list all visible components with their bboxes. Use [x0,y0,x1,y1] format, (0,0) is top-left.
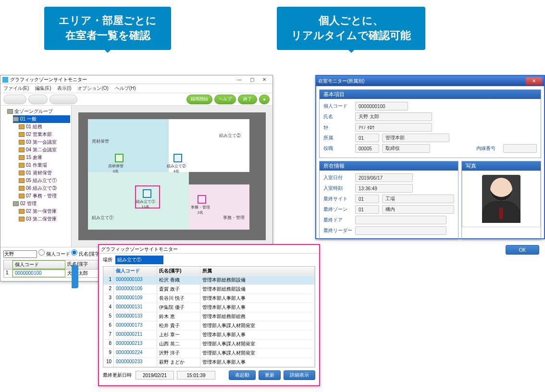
field-label: 入室時刻 [323,185,352,192]
tree-item[interactable]: 04 第二会議室 [19,146,70,154]
tree-item[interactable]: 07 事務・管理 [19,192,70,200]
tree-group-2[interactable]: 02 管理 [13,200,70,208]
table-row[interactable]: 80000000213山西 英二管理部人事課人材開発室 [103,340,315,349]
field-value: 00005 [355,144,379,153]
field-value: ｱﾏﾉ ﾀﾛｳ [355,123,432,132]
group-icon [13,201,19,206]
close-button[interactable]: ✕ [526,77,542,85]
node-label: 事務・管理2名 [191,205,210,215]
tree-item[interactable]: 01 総務 [19,123,70,131]
table-row[interactable]: 50000000133鈴木 恵管理本部総務部総務 [103,312,315,321]
menu-edit[interactable]: 編集(E) [35,86,51,91]
titlebar[interactable]: 在室モニター(所属別) ✕ [316,76,544,86]
tree-item[interactable]: 15 倉庫 [19,154,70,161]
zone-tree[interactable]: 全ゾーングループ 01 一般 01 総務02 営業本部03 第一会議室04 第二… [0,106,72,247]
room-label: 組み立て① [92,215,113,221]
minimize-button[interactable]: — [233,76,246,83]
toolbar-pill[interactable] [3,95,26,104]
detail-button[interactable]: 詳細表示 [284,370,315,380]
location-info-panel: 所在情報 入室日付2019/06/17 入室時刻13:36:49 最終サイト01… [319,161,458,240]
location-input[interactable] [115,256,163,264]
node-label: 組み立て①11名 [136,199,155,209]
window-title: 在室モニター(所属別) [318,78,365,85]
status-indicator-icon[interactable]: ● [259,95,270,104]
basic-info-panel: 基本項目 個人コード0000000100 氏名天野 太郎 ｶﾅｱﾏﾉ ﾀﾛｳ 所… [319,89,541,158]
person-detail-window: 在室モニター(所属別) ✕ 基本項目 個人コード0000000100 氏名天野 … [315,75,545,239]
radio-name[interactable]: 氏名(漢字 [71,251,99,257]
tree-item[interactable]: 02 営業本部 [19,131,70,138]
table-row[interactable]: 30000000109長谷川 悦子管理本部人事部人事 [103,294,315,303]
last-update-time [177,371,215,380]
field-label: 所属 [323,135,352,141]
zone-node[interactable] [173,154,182,162]
callout-text: リアルタイムで確認可能 [291,29,411,41]
field-value: 天野 太郎 [355,112,432,121]
folder-icon [19,147,25,152]
menu-file[interactable]: ファイル(E) [3,86,29,91]
col-header[interactable]: 個人コード [114,267,157,276]
table-row[interactable]: 20000000106斎賀 政子管理本部総務部設備 [103,285,315,294]
zone-node[interactable] [198,195,206,204]
floorplan[interactable]: 資材保管 組み立て② 組み立て① 事務・管理 資材保管0名 組み立て②4名 組み… [72,106,272,247]
tree-item[interactable]: 01 作業場 [19,161,70,169]
radio-code[interactable]: 個人コード [38,251,70,257]
table-row[interactable]: 40000000131伊集院 優子管理本部人事部人事 [103,303,315,312]
table-row[interactable]: 100000000233萩野 まどか管理本部人事部人事 [103,358,315,367]
refresh-button[interactable]: 更新 [259,370,281,380]
table-row[interactable]: 70000000211上杉 章一管理本部人事部人事 [103,331,315,340]
person-photo [462,171,541,227]
launch-table-button[interactable]: 表起動 [229,370,256,380]
tree-item[interactable]: 05 組み立て① [19,177,70,184]
field-label: 最終サイト [323,196,352,202]
field-value: 01 [355,134,379,142]
tree-item[interactable]: 01 資材保管 [19,169,70,177]
col-header[interactable]: 個人コード [12,260,65,269]
window-title: グラフィックゾーンサイトモニター [10,76,87,83]
tree-item[interactable]: 03 第一会議室 [19,138,70,146]
table-row[interactable]: 60000000173松井 貴子管理部人事課人材開発室 [103,321,315,331]
field-value: 01 [355,205,379,214]
panel-header: 所在情報 [320,161,458,171]
col-header[interactable]: 氏名(漢字) [157,267,200,276]
tree-root[interactable]: 全ゾーングループ [7,108,70,115]
toolbar-pill[interactable] [28,95,48,104]
exit-button[interactable]: 終了 [238,95,257,104]
field-label: 個人コード [323,103,352,110]
search-input[interactable] [3,250,37,258]
folder-icon [19,132,25,137]
table-row[interactable]: 10000000103松沢 香織管理本部総務部設備 [103,276,315,285]
menu-view[interactable]: 表示(I) [57,86,71,91]
folder-icon [19,194,25,198]
tree-item[interactable]: 06 組み立て③ [19,184,70,192]
menu-help[interactable]: ヘルプ(H) [115,86,136,91]
tree-item[interactable]: 03 第二保管庫 [19,215,70,223]
titlebar[interactable]: グラフィックゾーンサイトモニター [99,245,319,254]
folder-icon [19,124,25,129]
avatar-icon [482,175,520,223]
maximize-button[interactable]: ▢ [246,76,258,83]
photo-panel: 写真 [461,161,541,240]
last-update-label: 最終更新日時 [103,372,132,379]
titlebar[interactable]: グラフィックゾーンサイトモニター — ▢ ✕ [0,75,272,84]
collapse-left-handle[interactable] [72,265,78,288]
folder-icon [19,217,25,221]
folder-icon [19,155,25,160]
col-header[interactable]: 所属 [200,267,315,276]
help-button[interactable]: ヘルプ [214,95,236,104]
tree-group-1[interactable]: 01 一般 [13,115,70,123]
close-button[interactable]: ✕ [258,76,271,83]
table-row[interactable]: 90000000224沢野 洋子管理部人事課人材開発室 [103,349,315,358]
record-button[interactable]: 録画開始 [186,95,212,104]
tree-item[interactable]: 02 第一保管庫 [19,208,70,215]
location-label: 場所 [103,257,112,263]
occupant-list-popup: グラフィックゾーンサイトモニター 場所 個人コード 氏名(漢字) 所属 1000… [98,244,320,386]
field-value: 構内 [382,205,454,214]
folder-icon [19,163,25,168]
folder-icon [19,209,25,214]
ok-button[interactable]: OK [506,245,539,255]
zone-node[interactable] [115,154,124,162]
zone-node-selected[interactable] [143,189,151,198]
menu-option[interactable]: オプション(O) [77,86,108,91]
field-value: 取締役 [382,144,430,153]
toolbar-pill[interactable] [50,95,77,104]
